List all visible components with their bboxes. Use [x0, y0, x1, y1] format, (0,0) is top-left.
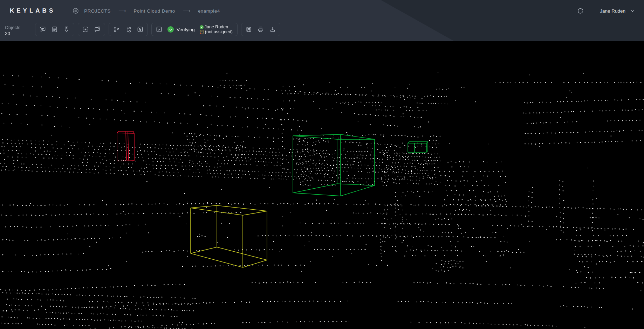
- verified-check-icon: [167, 26, 174, 33]
- assignee-note: (not assigned): [205, 29, 233, 34]
- objects-count: 20: [5, 30, 35, 36]
- assignee-status-icon: [200, 25, 204, 29]
- annotation-overlay: [0, 41, 644, 329]
- header: KEYLABS PROJECTS ⟶ Point Cloud Demo ⟶ ex…: [0, 0, 644, 41]
- toolbar-group-selection: [78, 23, 105, 36]
- tag-icon: [63, 26, 70, 33]
- chevron-down-icon: [630, 9, 635, 13]
- cursor-box-icon: [137, 26, 144, 33]
- print-button[interactable]: [255, 24, 266, 35]
- header-right-controls: Jane Ruden: [575, 6, 635, 16]
- download-button[interactable]: [267, 24, 278, 35]
- verify-task-button[interactable]: [153, 24, 165, 35]
- breadcrumb-projects[interactable]: PROJECTS: [84, 8, 111, 14]
- header-top-row: KEYLABS PROJECTS ⟶ Point Cloud Demo ⟶ ex…: [0, 0, 644, 22]
- status-label: Verifying: [177, 27, 195, 32]
- hierarchy-icon: [125, 26, 132, 33]
- comment-add-icon: [94, 26, 101, 33]
- add-selection-button[interactable]: [80, 24, 91, 35]
- projects-list-icon: [72, 7, 79, 14]
- reset-view-button[interactable]: [575, 6, 585, 16]
- assignee-name: Jane Ruden: [205, 24, 228, 29]
- list-icon: [51, 26, 58, 33]
- save-icon: [245, 26, 252, 33]
- selection-add-icon: [82, 26, 89, 33]
- assignee-block: Jane Ruden (not assigned): [198, 24, 235, 34]
- shapes-icon: [113, 26, 120, 33]
- breadcrumb: PROJECTS ⟶ Point Cloud Demo ⟶ example4: [72, 7, 220, 14]
- status-badge: Verifying: [165, 26, 198, 33]
- app-window: KEYLABS PROJECTS ⟶ Point Cloud Demo ⟶ ex…: [0, 0, 644, 329]
- toolbar: Objects 20: [0, 22, 644, 41]
- toolbar-group-io: [241, 23, 280, 36]
- breadcrumb-project[interactable]: Point Cloud Demo: [134, 8, 175, 14]
- toolbar-group-annotation-tools: [35, 23, 74, 36]
- breadcrumb-arrow-icon: ⟶: [180, 8, 193, 14]
- select-object-button[interactable]: [135, 24, 146, 35]
- user-menu[interactable]: Jane Ruden: [600, 8, 635, 14]
- printer-icon: [257, 26, 264, 33]
- object-list-button[interactable]: [49, 24, 60, 35]
- toolbar-group-object-tools: [109, 23, 148, 36]
- breadcrumb-item[interactable]: example4: [198, 8, 220, 14]
- comment-icon: [39, 26, 46, 33]
- app-logo: KEYLABS: [10, 7, 55, 14]
- vehicle-box-yellow[interactable]: [191, 205, 267, 267]
- toolbar-group-status: Verifying Jane Ruden: [151, 23, 238, 36]
- tags-button[interactable]: [61, 24, 72, 35]
- user-name: Jane Ruden: [600, 8, 625, 14]
- checkbox-check-icon: [156, 26, 163, 33]
- note-icon: [200, 30, 204, 34]
- shapes-button[interactable]: [111, 24, 122, 35]
- objects-counter: Objects 20: [5, 22, 35, 36]
- assignee-name-row: Jane Ruden: [200, 24, 233, 29]
- breadcrumb-arrow-icon: ⟶: [116, 8, 129, 14]
- save-button[interactable]: [243, 24, 254, 35]
- hierarchy-button[interactable]: [123, 24, 134, 35]
- object-box-green-small[interactable]: [408, 142, 428, 152]
- add-comment-button[interactable]: [92, 24, 103, 35]
- download-icon: [269, 26, 276, 33]
- comments-button[interactable]: [37, 24, 48, 35]
- point-cloud-viewport: [0, 41, 644, 329]
- vehicle-box-green-large[interactable]: [293, 134, 375, 196]
- objects-label: Objects: [5, 24, 35, 30]
- assignee-note-row: (not assigned): [200, 29, 233, 34]
- pedestrian-box-red[interactable]: [117, 131, 134, 161]
